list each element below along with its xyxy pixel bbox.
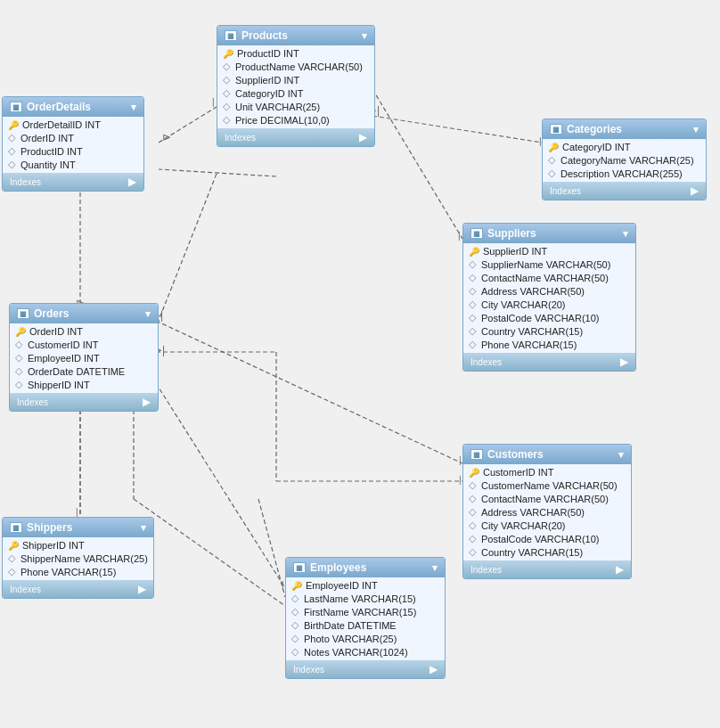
customers-indexes-label: Indexes	[470, 565, 502, 575]
svg-line-12	[156, 321, 462, 463]
orders-chevron[interactable]: ▾	[145, 308, 151, 320]
orderdetails-table: ▦ OrderDetails ▾ 🔑OrderDetailID INT ◇Ord…	[2, 96, 144, 192]
employees-chevron[interactable]: ▾	[432, 562, 438, 574]
shippers-table: ▦ Shippers ▾ 🔑ShipperID INT ◇ShipperName…	[2, 517, 154, 599]
products-chevron[interactable]: ▾	[362, 30, 367, 42]
table-row: ◇CategoryName VARCHAR(25)	[543, 153, 706, 167]
table-row: ◇Unit VARCHAR(25)	[217, 100, 374, 113]
table-row: ◇ShipperName VARCHAR(25)	[3, 552, 153, 565]
diamond-icon: ◇	[291, 606, 300, 618]
diamond-icon: ◇	[8, 159, 17, 170]
shippers-chevron[interactable]: ▾	[141, 522, 146, 534]
orders-footer-arrow: ▶	[143, 396, 151, 408]
table-db-icon: ▦	[470, 449, 483, 460]
customers-footer[interactable]: Indexes ▶	[463, 560, 631, 578]
orderdetails-title: OrderDetails	[27, 101, 91, 113]
table-db-icon: ▦	[550, 124, 562, 135]
svg-text:|: |	[458, 231, 461, 241]
customers-chevron[interactable]: ▾	[618, 449, 624, 461]
categories-table: ▦ Categories ▾ 🔑CategoryID INT ◇Category…	[542, 119, 707, 200]
diamond-icon: ◇	[8, 145, 17, 157]
table-row: ◇ProductName VARCHAR(50)	[217, 60, 374, 73]
svg-text:|: |	[459, 455, 462, 465]
orderdetails-footer[interactable]: Indexes ▶	[3, 173, 143, 191]
suppliers-table: ▦ Suppliers ▾ 🔑SupplierID INT ◇SupplierN…	[462, 223, 636, 372]
svg-line-3	[372, 116, 542, 143]
pk-icon: 🔑	[291, 581, 302, 591]
diamond-icon: ◇	[223, 74, 232, 86]
diamond-icon: ◇	[291, 619, 300, 631]
diamond-icon: ◇	[291, 646, 300, 658]
diamond-icon: ◇	[15, 365, 24, 377]
table-row: ◇Country VARCHAR(15)	[463, 324, 635, 338]
diamond-icon: ◇	[469, 272, 478, 283]
diamond-icon: ◇	[223, 87, 232, 99]
suppliers-chevron[interactable]: ▾	[623, 228, 628, 240]
diamond-icon: ◇	[291, 633, 300, 644]
categories-rows: 🔑CategoryID INT ◇CategoryName VARCHAR(25…	[543, 139, 706, 182]
diamond-icon: ◇	[8, 566, 17, 577]
table-row: ◇BirthDate DATETIME	[286, 618, 445, 632]
categories-chevron[interactable]: ▾	[693, 124, 699, 135]
table-row: ◇PostalCode VARCHAR(10)	[463, 532, 631, 545]
employees-table: ▦ Employees ▾ 🔑EmployeeID INT ◇LastName …	[285, 557, 446, 679]
svg-text:|: |	[212, 97, 215, 107]
orders-indexes-label: Indexes	[17, 397, 48, 407]
table-row: ◇ContactName VARCHAR(50)	[463, 271, 635, 284]
diamond-icon: ◇	[8, 552, 17, 564]
table-row: ◇OrderID INT	[3, 131, 143, 144]
table-row: ◇Country VARCHAR(15)	[463, 545, 631, 559]
employees-footer-arrow: ▶	[430, 663, 438, 675]
pk-icon: 🔑	[8, 120, 19, 130]
table-row: 🔑SupplierID INT	[463, 245, 635, 258]
employees-footer[interactable]: Indexes ▶	[286, 660, 445, 678]
shippers-footer[interactable]: Indexes ▶	[3, 580, 153, 598]
categories-footer[interactable]: Indexes ▶	[543, 182, 706, 200]
diamond-icon: ◇	[469, 339, 478, 350]
svg-text:|: |	[459, 475, 462, 485]
svg-line-11	[151, 174, 217, 339]
diamond-icon: ◇	[15, 379, 24, 390]
table-row: 🔑ProductID INT	[217, 47, 374, 60]
orderdetails-chevron[interactable]: ▾	[131, 102, 136, 113]
orders-header: ▦ Orders ▾	[10, 304, 158, 323]
orderdetails-header: ▦ OrderDetails ▾	[3, 97, 143, 117]
table-row: ◇ContactName VARCHAR(50)	[463, 492, 631, 505]
erd-diagram: ⊳ | | ⊳| | | ⊳ ⊳| | | | | |	[0, 0, 720, 728]
table-db-icon: ▦	[293, 562, 306, 573]
diamond-icon: ◇	[469, 479, 478, 491]
pk-icon: 🔑	[15, 327, 26, 337]
customers-title: Customers	[487, 448, 544, 461]
shippers-rows: 🔑ShipperID INT ◇ShipperName VARCHAR(25) …	[3, 537, 153, 580]
products-table: ▦ Products ▾ 🔑ProductID INT ◇ProductName…	[217, 25, 375, 147]
products-footer[interactable]: Indexes ▶	[217, 128, 374, 146]
customers-rows: 🔑CustomerID INT ◇CustomerName VARCHAR(50…	[463, 464, 631, 560]
table-row: ◇Address VARCHAR(50)	[463, 505, 631, 519]
shippers-title: Shippers	[27, 521, 72, 534]
categories-footer-arrow: ▶	[691, 184, 699, 197]
table-db-icon: ▦	[10, 522, 22, 533]
orders-footer[interactable]: Indexes ▶	[10, 393, 158, 411]
pk-icon: 🔑	[469, 247, 479, 257]
svg-line-21	[258, 499, 285, 597]
orderdetails-rows: 🔑OrderDetailID INT ◇OrderID INT ◇Product…	[3, 117, 143, 173]
categories-title: Categories	[567, 123, 622, 135]
diamond-icon: ◇	[469, 258, 478, 270]
table-row: ◇CategoryID INT	[217, 86, 374, 100]
table-row: ◇EmployeeID INT	[10, 351, 158, 364]
table-row: 🔑OrderID INT	[10, 325, 158, 338]
employees-title: Employees	[310, 561, 366, 574]
shippers-indexes-label: Indexes	[10, 585, 41, 594]
diamond-icon: ◇	[223, 61, 232, 72]
diamond-icon: ◇	[223, 101, 232, 112]
diamond-icon: ◇	[8, 132, 17, 143]
diamond-icon: ◇	[469, 519, 478, 531]
pk-icon: 🔑	[548, 143, 559, 152]
svg-line-0	[159, 107, 217, 143]
suppliers-footer[interactable]: Indexes ▶	[463, 353, 635, 371]
table-row: ◇SupplierName VARCHAR(50)	[463, 258, 635, 271]
diamond-icon: ◇	[469, 299, 478, 310]
products-footer-arrow: ▶	[359, 131, 367, 143]
table-row: ◇Photo VARCHAR(25)	[286, 632, 445, 645]
table-row: ◇PostalCode VARCHAR(10)	[463, 311, 635, 324]
